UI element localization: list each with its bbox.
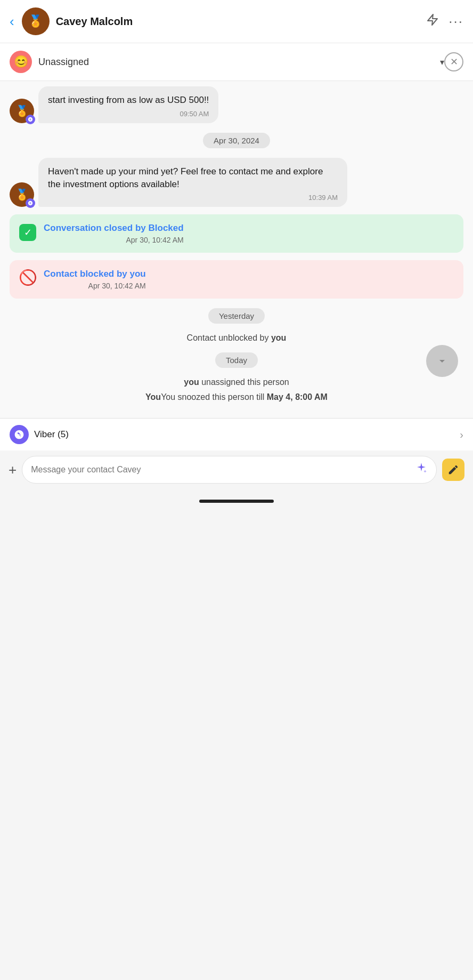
blocked-event-time: Apr 30, 10:42 AM	[44, 282, 146, 290]
assign-close-button[interactable]: ✕	[444, 52, 463, 71]
message-row: 🏅 start investing from as low as USD 500…	[10, 86, 463, 123]
unassigned-event: you unassigned this person	[10, 377, 463, 387]
message-text-2: Haven't made up your mind yet? Feel free…	[48, 165, 338, 191]
assign-chevron-icon[interactable]: ▾	[440, 57, 444, 67]
message-time-2: 10:39 AM	[48, 194, 338, 202]
yesterday-pill: Yesterday	[208, 308, 265, 324]
contact-name: Cavey Malcolm	[56, 15, 427, 28]
assign-avatar: 😊	[10, 51, 32, 73]
blocked-title-text: Contact blocked by	[44, 269, 130, 279]
date-divider-apr30: Apr 30, 2024	[10, 133, 463, 148]
note-button[interactable]	[442, 459, 464, 481]
date-divider-yesterday: Yesterday	[10, 308, 463, 324]
avatar: 🏅	[22, 7, 50, 35]
viber-badge-2	[26, 198, 35, 208]
ai-sparkle-icon[interactable]	[415, 462, 428, 478]
home-bar	[0, 493, 473, 506]
date-pill: Apr 30, 2024	[203, 133, 270, 148]
lightning-icon[interactable]	[426, 13, 439, 29]
home-indicator	[199, 500, 274, 503]
message-bubble: start investing from as low as USD 500!!…	[38, 86, 218, 123]
viber-badge	[26, 115, 35, 124]
add-attachment-button[interactable]: +	[9, 462, 17, 478]
event-title: Conversation closed by Blocked	[44, 223, 184, 234]
unassigned-text: unassigned this person	[199, 377, 289, 387]
contact-blocked-event: 🚫 Contact blocked by you Apr 30, 10:42 A…	[10, 260, 463, 299]
event-title-text: Conversation closed by	[44, 223, 149, 233]
back-button[interactable]: ‹	[10, 13, 14, 30]
viber-icon	[10, 425, 29, 444]
message-text: start investing from as low as USD 500!!	[48, 94, 209, 107]
avatar-emoji: 🏅	[28, 14, 43, 28]
unblocked-actor: you	[271, 333, 286, 342]
chat-area: 🏅 start investing from as low as USD 500…	[0, 81, 473, 418]
scroll-to-bottom-button[interactable]	[426, 345, 458, 377]
message-row-2: 🏅 Haven't made up your mind yet? Feel fr…	[10, 158, 463, 207]
input-bar: +	[0, 451, 473, 493]
header: ‹ 🏅 Cavey Malcolm ···	[0, 0, 473, 43]
event-content: Conversation closed by Blocked Apr 30, 1…	[44, 223, 184, 244]
message-input[interactable]	[31, 465, 410, 475]
contact-avatar: 🏅	[10, 99, 34, 123]
assign-label: Unassigned	[38, 57, 437, 68]
blocked-event-content: Contact blocked by you Apr 30, 10:42 AM	[44, 269, 146, 290]
viber-bar[interactable]: Viber (5) ›	[0, 418, 473, 451]
today-pill: Today	[215, 352, 258, 368]
snoozed-prefix: You snoozed this person till	[161, 392, 267, 401]
viber-chevron-icon: ›	[460, 429, 463, 441]
conversation-closed-event: ✓ Conversation closed by Blocked Apr 30,…	[10, 214, 463, 253]
unassigned-actor: you	[184, 377, 199, 387]
viber-label: Viber (5)	[34, 429, 69, 440]
svg-marker-0	[428, 14, 437, 25]
close-icon: ✕	[450, 56, 458, 68]
message-bubble-2: Haven't made up your mind yet? Feel free…	[38, 158, 347, 207]
more-icon[interactable]: ···	[448, 13, 463, 30]
header-icons: ···	[426, 13, 463, 30]
blocked-event-title: Contact blocked by you	[44, 269, 146, 279]
snoozed-date: May 4, 8:00 AM	[267, 392, 328, 401]
snoozed-event: YouYou snoozed this person till May 4, 8…	[10, 392, 463, 402]
assign-emoji-symbol: 😊	[14, 55, 28, 69]
snoozed-you: You	[145, 392, 161, 401]
contact-avatar-2: 🏅	[10, 182, 34, 207]
unblocked-text: Contact unblocked by	[187, 333, 271, 342]
date-divider-today: Today	[10, 352, 463, 368]
message-time: 09:50 AM	[48, 110, 209, 118]
assign-bar: 😊 Unassigned ▾ ✕	[0, 43, 473, 81]
blocked-actor: you	[130, 269, 146, 279]
check-icon: ✓	[19, 224, 36, 241]
unblocked-event: Contact unblocked by you	[10, 333, 463, 343]
message-input-wrap	[22, 456, 437, 484]
event-actor: Blocked	[149, 223, 184, 233]
block-icon: 🚫	[19, 269, 36, 286]
viber-left: Viber (5)	[10, 425, 69, 444]
event-time: Apr 30, 10:42 AM	[44, 236, 184, 244]
